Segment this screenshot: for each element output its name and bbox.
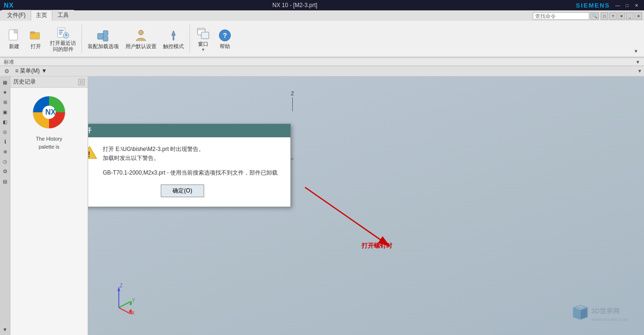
assembly-label: 装配加载选项 [88, 43, 119, 50]
viewport-caret: ^ [291, 157, 294, 163]
nx-logo: NX [4, 1, 14, 9]
ribbon-minimize[interactable]: □ [601, 12, 608, 20]
touch-icon [166, 28, 181, 43]
window-label: 窗口 [198, 41, 208, 48]
svg-rect-13 [103, 31, 108, 35]
sidebar-icon-star[interactable]: ★ [0, 87, 10, 97]
search-input[interactable] [533, 12, 589, 20]
annotation-text: 打开螺钉时 [362, 242, 392, 250]
svg-text:WWW.3DSJW5.COM: WWW.3DSJW5.COM [591, 318, 627, 322]
z-axis-line [292, 97, 293, 111]
svg-line-27 [119, 308, 131, 314]
ribbon-tabs: 文件(F) 主页 工具 🔍 □ ? ✕ _ ✕ [0, 10, 644, 21]
sidebar-icon-world[interactable]: ⊕ [0, 147, 10, 156]
help-icon: ? [217, 28, 232, 43]
history-icon-area: NX [30, 93, 68, 131]
search-icon[interactable]: 🔍 [590, 12, 599, 20]
divider1 [82, 25, 82, 53]
divider2 [190, 25, 190, 53]
dialog-detail: GB-T70.1-2000,M2x3.prt - 使用当前搜索选项找不到文件，部… [88, 168, 283, 177]
warning-icon: ! [88, 145, 97, 160]
tab-home[interactable]: 主页 [31, 10, 52, 21]
history-panel-title: 历史记录 [13, 78, 36, 86]
user-defaults-button[interactable]: 用户默认设置 [123, 27, 159, 51]
recent-files-icon [56, 25, 71, 40]
sidebar-icon-grid[interactable]: ⊞ [0, 97, 10, 107]
sidebar-icon-clock[interactable]: ◷ [0, 157, 10, 166]
svg-point-15 [139, 30, 143, 35]
search-box: 🔍 [533, 12, 599, 21]
window-controls: — □ ✕ [614, 2, 640, 8]
tab-file[interactable]: 文件(F) [2, 10, 31, 21]
sidebar-icon-wrench[interactable]: ⚙ [0, 167, 10, 176]
user-defaults-label: 用户默认设置 [125, 43, 157, 50]
new-icon [7, 28, 22, 43]
svg-rect-17 [201, 32, 209, 39]
svg-text:Z: Z [120, 283, 123, 288]
sidebar-icon-layers[interactable]: ▦ [0, 77, 10, 87]
menu-main-item[interactable]: ≡ 菜单(M) ▼ [11, 66, 51, 76]
dialog-ok-button[interactable]: 确定(O) [161, 184, 204, 197]
minimize-btn[interactable]: — [614, 2, 621, 8]
bottom-bar-expand[interactable]: ▼ [637, 68, 642, 74]
bottom-menu-bar: ⚙ ≡ 菜单(M) ▼ ▼ [0, 66, 644, 76]
open-icon [28, 28, 43, 43]
new-button[interactable]: 新建 [4, 27, 25, 51]
sidebar-icon-bottom[interactable]: ▼ [0, 325, 10, 334]
window-icon [196, 25, 211, 41]
svg-marker-40 [580, 308, 587, 319]
main-viewport: Z Z X Y 打开 [88, 76, 644, 335]
ribbon-close[interactable]: ✕ [618, 12, 625, 20]
window-button[interactable]: 窗口 ▼ [193, 25, 214, 53]
svg-marker-39 [573, 308, 580, 319]
z-axis-indicator: Z [291, 91, 294, 111]
history-label: The History palette is [36, 135, 62, 151]
title-text: NX 10 - [M2-3.prt] [14, 2, 576, 8]
dialog-footer: 确定(O) [88, 184, 283, 199]
close-btn[interactable]: ✕ [633, 2, 640, 8]
siemens-logo: SIEMENS [576, 2, 610, 9]
svg-text:NX: NX [45, 108, 56, 116]
panel-close-btn[interactable]: □ [78, 79, 85, 85]
ribbon-footer: 标准 ▼ [0, 58, 644, 66]
new-label: 新建 [9, 43, 19, 50]
settings-icon[interactable]: ⚙ [2, 67, 11, 76]
svg-rect-4 [30, 32, 35, 34]
assembly-load-button[interactable]: 装配加载选项 [85, 27, 122, 51]
dialog-warning-text: 打开 E:\UG\bishe\M2-3.prt 时出现警告。 加载时发出以下警告… [103, 145, 204, 163]
history-panel-header: 历史记录 □ [10, 76, 88, 88]
history-panel: 历史记录 □ [10, 76, 88, 335]
recent-label: 打开最近访问的部件 [50, 40, 76, 52]
sidebar-icon-eye[interactable]: ◎ [0, 127, 10, 136]
svg-text:X: X [132, 310, 135, 315]
touch-mode-button[interactable]: 触控模式 [160, 27, 187, 51]
sidebar-icon-info[interactable]: ℹ [0, 137, 10, 146]
expand-btn[interactable]: ▼ [632, 48, 640, 55]
ribbon-restore[interactable]: _ [626, 12, 634, 20]
svg-rect-7 [59, 32, 63, 33]
footer-expand[interactable]: ▼ [636, 59, 640, 65]
tab-tools[interactable]: 工具 [52, 10, 74, 21]
sidebar-icon-photo[interactable]: ▤ [0, 176, 10, 186]
dialog: 打开 ! 打开 E:\UG\bishe\M2-3.prt 时出现警告。 加载时发… [88, 124, 291, 207]
dialog-title: 打开 [88, 126, 91, 135]
recent-files-button[interactable]: 打开最近访问的部件 [47, 24, 79, 53]
dialog-titlebar: 打开 [88, 124, 290, 137]
z-label: Z [291, 91, 294, 96]
open-label: 打开 [31, 43, 41, 50]
sidebar-icon-filter[interactable]: ◧ [0, 117, 10, 126]
sidebar-icon-palette[interactable]: ▣ [0, 107, 10, 117]
open-button[interactable]: 打开 [25, 27, 46, 51]
svg-line-36 [305, 187, 390, 246]
svg-text:!: ! [88, 151, 91, 159]
watermark: 3D世界网 WWW.3DSJW5.COM [564, 303, 639, 328]
svg-text:3D世界网: 3D世界网 [591, 307, 619, 315]
svg-rect-14 [103, 36, 108, 41]
svg-text:?: ? [223, 32, 227, 39]
ribbon-x[interactable]: ✕ [635, 12, 642, 20]
help-button[interactable]: ? 帮助 [215, 27, 235, 51]
restore-btn[interactable]: □ [623, 2, 631, 8]
ribbon-help[interactable]: ? [609, 12, 617, 20]
ribbon-win-controls: □ ? ✕ _ ✕ [601, 12, 642, 21]
xyz-axis-indicator: Z X Y [102, 282, 135, 316]
